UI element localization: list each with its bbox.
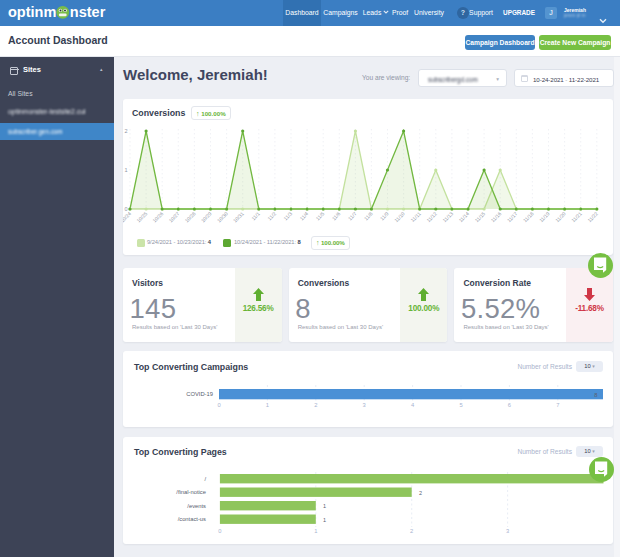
svg-text:COVID-19: COVID-19: [186, 391, 213, 397]
svg-text:1: 1: [266, 402, 269, 408]
svg-text:10/25: 10/25: [135, 210, 148, 223]
svg-text:3: 3: [363, 402, 366, 408]
svg-text:10/29: 10/29: [200, 210, 213, 223]
svg-text:/: /: [204, 476, 206, 482]
svg-text:11/2: 11/2: [266, 210, 277, 221]
svg-text:5: 5: [459, 402, 462, 408]
svg-text:11/9: 11/9: [379, 210, 390, 221]
svg-text:10/24: 10/24: [123, 210, 132, 223]
svg-text:11/21: 11/21: [570, 210, 583, 223]
svg-text:11/18: 11/18: [522, 210, 535, 223]
svg-text:11/10: 11/10: [393, 210, 406, 223]
svg-text:0: 0: [217, 402, 220, 408]
svg-text:2: 2: [124, 128, 127, 134]
svg-text:2: 2: [419, 490, 422, 496]
svg-text:10/30: 10/30: [216, 210, 229, 223]
svg-text:10/31: 10/31: [232, 210, 245, 223]
svg-text:/final-notice: /final-notice: [176, 489, 206, 495]
svg-text:3: 3: [506, 528, 509, 534]
svg-text:1: 1: [323, 517, 326, 523]
svg-text:1: 1: [323, 503, 326, 509]
svg-text:11/13: 11/13: [441, 210, 454, 223]
svg-text:11/4: 11/4: [298, 210, 309, 221]
svg-text:4: 4: [411, 402, 415, 408]
svg-text:1: 1: [124, 167, 127, 173]
svg-text:10/28: 10/28: [184, 210, 197, 223]
svg-text:/contact-us: /contact-us: [178, 516, 206, 522]
svg-text:6: 6: [508, 402, 511, 408]
svg-text:11/17: 11/17: [506, 210, 519, 223]
svg-text:/events: /events: [187, 503, 206, 509]
svg-text:11/1: 11/1: [250, 210, 261, 221]
svg-text:10/26: 10/26: [151, 210, 164, 223]
svg-text:11/3: 11/3: [282, 210, 293, 221]
svg-text:2: 2: [410, 528, 413, 534]
svg-text:11/19: 11/19: [538, 210, 551, 223]
svg-text:11/22: 11/22: [586, 210, 599, 223]
svg-text:0: 0: [218, 528, 221, 534]
svg-text:11/12: 11/12: [425, 210, 438, 223]
svg-text:10/27: 10/27: [167, 210, 180, 223]
svg-text:11/20: 11/20: [554, 210, 567, 223]
svg-text:11/16: 11/16: [490, 210, 503, 223]
svg-text:8: 8: [594, 392, 597, 398]
svg-text:7: 7: [556, 402, 559, 408]
svg-text:2: 2: [314, 402, 317, 408]
svg-text:11/15: 11/15: [473, 210, 486, 223]
svg-text:11/14: 11/14: [457, 210, 470, 223]
svg-text:1: 1: [314, 528, 317, 534]
svg-text:11/6: 11/6: [331, 210, 342, 221]
svg-text:11/11: 11/11: [409, 210, 422, 223]
svg-text:11/7: 11/7: [347, 210, 358, 221]
svg-text:11/8: 11/8: [363, 210, 374, 221]
svg-text:11/5: 11/5: [315, 210, 326, 221]
